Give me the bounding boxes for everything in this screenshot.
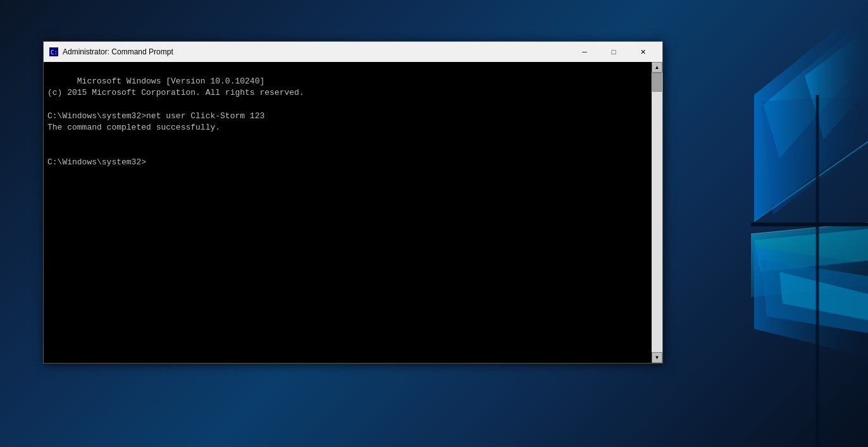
maximize-button[interactable]: □: [599, 42, 628, 62]
cmd-line-7: [47, 145, 53, 155]
svg-marker-3: [760, 95, 868, 215]
window-controls: ─ □ ✕: [570, 42, 657, 62]
cmd-line-6: [47, 134, 53, 144]
scrollbar-down-arrow[interactable]: ▼: [652, 352, 662, 363]
cmd-content-area: Microsoft Windows [Version 10.0.10240] (…: [44, 62, 662, 363]
window-title: Administrator: Command Prompt: [63, 47, 570, 56]
scrollbar-track[interactable]: [652, 73, 662, 352]
title-bar: C: Administrator: Command Prompt ─ □ ✕: [44, 42, 662, 62]
close-button[interactable]: ✕: [628, 42, 657, 62]
scrollbar-up-arrow[interactable]: ▲: [652, 62, 662, 73]
minimize-button[interactable]: ─: [570, 42, 599, 62]
cmd-window: C: Administrator: Command Prompt ─ □ ✕ M…: [43, 41, 663, 364]
cmd-line-8: C:\Windows\system32>: [47, 157, 146, 167]
cmd-text-output[interactable]: Microsoft Windows [Version 10.0.10240] (…: [44, 62, 652, 363]
svg-text:C:: C:: [51, 49, 58, 56]
scrollbar[interactable]: ▲ ▼: [652, 62, 662, 363]
cmd-line-4: C:\Windows\system32>net user Click-Storm…: [47, 111, 264, 121]
scrollbar-thumb[interactable]: [652, 73, 662, 92]
cmd-line-3: [47, 100, 53, 109]
cmd-line-1: Microsoft Windows [Version 10.0.10240]: [77, 77, 264, 86]
cmd-line-2: (c) 2015 Microsoft Corporation. All righ…: [47, 88, 304, 97]
cmd-line-5: The command completed successfully.: [47, 123, 220, 132]
cmd-window-icon: C:: [49, 47, 59, 57]
